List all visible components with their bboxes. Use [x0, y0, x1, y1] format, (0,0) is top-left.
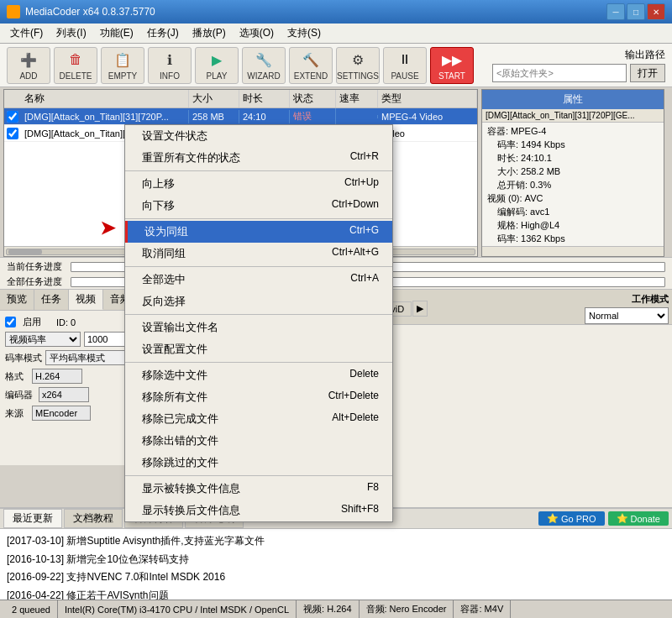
ctx-divider-5: [125, 362, 392, 363]
open-folder-button[interactable]: 打开: [630, 64, 665, 82]
video-bitrate-mode-select[interactable]: 视频码率: [5, 332, 81, 347]
encoder-input[interactable]: [39, 387, 89, 402]
ctx-remove-all[interactable]: 移除所有文件 Ctrl+Delete: [125, 386, 392, 408]
tab-task[interactable]: 任务: [34, 290, 69, 310]
add-icon: ➕: [18, 50, 39, 70]
current-progress-label: 当前任务进度: [7, 260, 66, 273]
donate-star-icon: ⭐: [617, 513, 628, 524]
start-label: START: [438, 71, 465, 81]
add-button[interactable]: ➕ ADD: [7, 47, 50, 84]
bitrate-mode-label: 码率模式: [5, 352, 42, 364]
delete-label: DELETE: [60, 71, 92, 81]
extend-label: EXTEND: [294, 71, 328, 81]
ctx-divider-1: [125, 170, 392, 171]
start-button[interactable]: ▶▶ START: [430, 47, 474, 84]
menu-play[interactable]: 播放(P): [186, 24, 233, 42]
wizard-button[interactable]: 🔧 WIZARD: [242, 47, 286, 84]
ctx-reset-status[interactable]: 重置所有文件的状态 Ctrl+R: [125, 147, 392, 169]
col-type: 类型: [378, 90, 477, 107]
pause-icon: ⏸: [395, 50, 415, 70]
ctx-set-group[interactable]: 设为同组 Ctrl+G: [125, 221, 392, 243]
prop-item: 大小: 258.2 MB: [487, 165, 659, 178]
id-label: ID: 0: [56, 317, 76, 327]
minimize-button[interactable]: ─: [606, 3, 625, 20]
info-button[interactable]: ℹ INFO: [148, 47, 192, 84]
wizard-icon: 🔧: [254, 50, 274, 70]
row-name-1: [DMG][Attack_on_Titan][31][720P...: [21, 110, 189, 123]
ctx-remove-done[interactable]: 移除已完成文件 Alt+Delete: [125, 408, 392, 430]
start-icon: ▶▶: [442, 50, 462, 70]
ctx-cancel-group[interactable]: 取消同组 Ctrl+Alt+G: [125, 243, 392, 264]
ctx-show-output-info[interactable]: 显示转换后文件信息 Shift+F8: [125, 500, 392, 521]
window-title: MediaCoder x64 0.8.37.5770: [25, 6, 606, 18]
ctx-move-down[interactable]: 向下移 Ctrl+Down: [125, 195, 392, 217]
enc-tab-more[interactable]: ▶: [412, 301, 428, 317]
ctx-select-all[interactable]: 全部选中 Ctrl+A: [125, 269, 392, 291]
menu-support[interactable]: 支持(S): [281, 24, 328, 42]
settings-label: SETTINGS: [337, 71, 379, 81]
prop-item: 规格: High@L4: [487, 219, 659, 232]
tab-docs[interactable]: 文档教程: [64, 509, 123, 528]
prop-item: 视频 (0): AVC: [487, 192, 659, 205]
col-duration: 时长: [239, 90, 290, 107]
menu-list[interactable]: 列表(I): [50, 24, 92, 42]
table-row[interactable]: [DMG][Attack_on_Titan][31][720P... 258 M…: [4, 108, 477, 125]
output-path-input[interactable]: [492, 64, 627, 82]
tab-preview[interactable]: 预览: [0, 290, 34, 310]
bitrate-value-input[interactable]: [84, 332, 126, 347]
row-checkbox-2[interactable]: [7, 128, 18, 139]
prop-item: 容器: MPEG-4: [487, 125, 659, 138]
donate-button[interactable]: ⭐ Donate: [608, 511, 669, 526]
gopro-button[interactable]: ⭐ Go PRO: [538, 511, 605, 526]
ctx-divider-2: [125, 218, 392, 219]
empty-button[interactable]: 📋 EMPTY: [101, 47, 144, 84]
prop-item: 码率: 1362 Kbps: [487, 233, 659, 245]
ctx-move-up[interactable]: 向上移 Ctrl+Up: [125, 173, 392, 195]
enable-label: 启用: [23, 316, 41, 328]
red-arrow-icon: ➤: [100, 217, 115, 239]
menu-function[interactable]: 功能(E): [93, 24, 140, 42]
ctx-set-output-name[interactable]: 设置输出文件名: [125, 317, 392, 338]
ctx-remove-skipped[interactable]: 移除跳过的文件: [125, 452, 392, 474]
news-content: [2017-03-10] 新增Suptitle Avisynth插件,支持蓝光字…: [0, 529, 672, 600]
menu-task[interactable]: 任务(J): [140, 24, 186, 42]
properties-header: 属性: [482, 90, 664, 109]
gopro-label: Go PRO: [561, 514, 596, 524]
tab-latest-update[interactable]: 最近更新: [3, 509, 62, 528]
tab-video[interactable]: 视频: [69, 290, 103, 310]
encoder-label: 编码器: [5, 389, 35, 401]
menu-file[interactable]: 文件(F): [3, 24, 50, 42]
maximize-button[interactable]: □: [627, 3, 645, 20]
row-checkbox-1[interactable]: [7, 111, 18, 123]
source-input[interactable]: [32, 406, 91, 421]
menu-bar: 文件(F) 列表(I) 功能(E) 任务(J) 播放(P) 选项(O) 支持(S…: [0, 24, 672, 44]
pause-button[interactable]: ⏸ PAUSE: [383, 47, 427, 84]
work-mode-select[interactable]: Normal: [585, 307, 669, 324]
empty-label: EMPTY: [108, 71, 137, 81]
delete-button[interactable]: 🗑 DELETE: [54, 47, 97, 84]
menu-options[interactable]: 选项(O): [233, 24, 281, 42]
play-label: PLAY: [207, 71, 228, 81]
row-status-1: 错误: [290, 108, 336, 124]
window-controls: ─ □ ✕: [606, 3, 665, 20]
settings-button[interactable]: ⚙ SETTINGS: [336, 47, 380, 84]
extend-button[interactable]: 🔨 EXTEND: [289, 47, 333, 84]
work-mode-title: 工作模式: [632, 293, 669, 306]
ctx-set-status[interactable]: 设置文件状态: [125, 125, 392, 147]
ctx-divider-6: [125, 475, 392, 476]
ctx-remove-error[interactable]: 移除出错的文件: [125, 430, 392, 452]
play-button[interactable]: ▶ PLAY: [195, 47, 239, 84]
delete-icon: 🗑: [66, 50, 86, 70]
news-item-4: [2016-04-22] 修正若干AVISynth问题: [7, 587, 665, 600]
prop-item: 码率: 1494 Kbps: [487, 139, 659, 151]
enable-video-checkbox[interactable]: [5, 317, 16, 327]
ctx-set-config[interactable]: 设置配置文件: [125, 338, 392, 360]
format-input[interactable]: [32, 369, 82, 384]
total-progress-label: 全部任务进度: [7, 275, 66, 288]
ctx-show-source-info[interactable]: 显示被转换文件信息 F8: [125, 478, 392, 500]
status-container: 容器: M4V: [454, 600, 511, 618]
ctx-remove-selected[interactable]: 移除选中文件 Delete: [125, 364, 392, 386]
ctx-inverse-select[interactable]: 反向选择: [125, 291, 392, 312]
close-button[interactable]: ✕: [647, 3, 665, 20]
col-size: 大小: [189, 90, 239, 107]
